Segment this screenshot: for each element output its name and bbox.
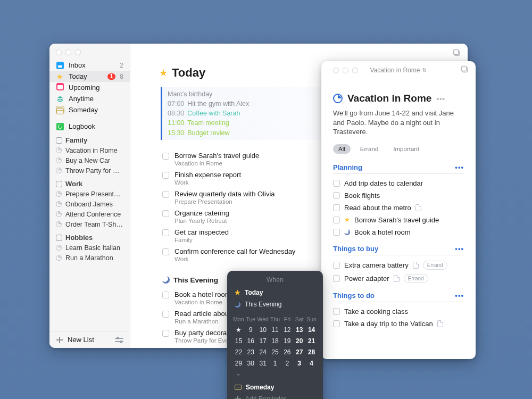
open-window-icon[interactable] <box>461 65 469 74</box>
calendar[interactable]: MonTueWedThuFriSatSun ★91011121314151617… <box>232 314 318 378</box>
close-dot[interactable] <box>56 49 62 55</box>
sidebar-today[interactable]: ★ Today 1 8 <box>49 71 130 82</box>
calendar-day[interactable]: 28 <box>305 346 318 358</box>
more-icon[interactable]: ••• <box>455 292 464 300</box>
calendar-day[interactable]: 15 <box>232 335 245 346</box>
project-task[interactable]: Add trip dates to calendar <box>333 177 464 189</box>
when-someday[interactable]: Someday <box>234 381 317 393</box>
checkbox[interactable] <box>162 311 169 318</box>
sidebar-upcoming[interactable]: Upcoming <box>49 82 130 93</box>
sidebar-inbox[interactable]: Inbox 2 <box>49 60 130 71</box>
project-task[interactable]: Take a cooking class <box>333 305 464 318</box>
checkbox[interactable] <box>162 191 169 198</box>
project-description[interactable]: We'll go from June 14-22 and visit Jane … <box>333 109 464 137</box>
open-window-icon[interactable] <box>453 49 461 57</box>
calendar-day[interactable]: 11 <box>269 324 281 335</box>
sidebar-project[interactable]: Run a Marathon <box>49 253 130 263</box>
calendar-day[interactable]: 17 <box>257 335 269 346</box>
project-task[interactable]: ★Borrow Sarah's travel guide <box>333 214 464 226</box>
calendar-day[interactable]: 12 <box>281 324 293 335</box>
calendar-day[interactable]: 30 <box>245 358 257 369</box>
sidebar-project[interactable]: Order Team T-Shirts <box>49 219 130 229</box>
when-evening[interactable]: This Evening <box>234 298 317 310</box>
more-icon[interactable]: ••• <box>455 163 464 171</box>
area-header[interactable]: Work <box>49 179 130 189</box>
project-task[interactable]: Book flights <box>333 189 464 202</box>
calendar-day[interactable]: 2 <box>281 358 293 369</box>
checkbox[interactable] <box>162 153 169 160</box>
checkbox[interactable] <box>333 192 340 199</box>
more-icon[interactable]: ••• <box>436 95 445 103</box>
checkbox[interactable] <box>162 330 169 337</box>
tag[interactable]: All <box>333 144 351 154</box>
calendar-day[interactable]: 23 <box>245 346 257 358</box>
calendar-day[interactable]: 10 <box>257 324 269 335</box>
window-title[interactable]: Vacation in Rome ⇅ <box>321 66 476 74</box>
sidebar-project[interactable]: Attend Conference <box>49 209 130 219</box>
calendar-day[interactable]: 13 <box>293 324 305 335</box>
checkbox[interactable] <box>162 210 169 217</box>
calendar-day[interactable]: 29 <box>232 358 245 369</box>
checkbox[interactable] <box>162 229 169 236</box>
calendar-day[interactable]: 3 <box>293 358 305 369</box>
calendar-day[interactable]: 25 <box>269 346 281 358</box>
calendar-day[interactable]: 1 <box>269 358 281 369</box>
project-task[interactable]: Power adapterErrand <box>333 272 464 285</box>
project-task[interactable]: Take a day trip to the Vatican <box>333 318 464 330</box>
checkbox[interactable] <box>162 248 169 255</box>
tag[interactable]: Errand <box>355 144 384 154</box>
project-task[interactable]: Book a hotel room <box>333 226 464 238</box>
sidebar-project[interactable]: Vacation in Rome <box>49 145 130 155</box>
calendar-day[interactable]: 24 <box>257 346 269 358</box>
sidebar-project-label: Attend Conference <box>65 211 121 218</box>
checkbox[interactable] <box>333 204 340 211</box>
checkbox[interactable] <box>333 217 340 223</box>
checkbox[interactable] <box>333 275 340 282</box>
area-header[interactable]: Hobbies <box>49 232 130 243</box>
settings-icon[interactable] <box>115 336 123 344</box>
group-header[interactable]: Things to do••• <box>333 292 464 302</box>
more-icon[interactable]: ••• <box>455 245 464 253</box>
zoom-dot[interactable] <box>75 49 81 55</box>
calendar-day[interactable]: 20 <box>293 335 305 346</box>
sidebar-project[interactable]: Learn Basic Italian <box>49 243 130 253</box>
calendar-day[interactable]: 4 <box>305 358 318 369</box>
sidebar-project[interactable]: Buy a New Car <box>49 155 130 165</box>
sidebar-project[interactable]: Throw Party for Eve <box>49 165 130 176</box>
calendar-day[interactable]: 16 <box>245 335 257 346</box>
sidebar-anytime[interactable]: Anytime <box>49 93 130 104</box>
calendar-day[interactable]: 9 <box>245 324 257 335</box>
area-header[interactable]: Family <box>49 135 130 145</box>
calendar-day[interactable]: 31 <box>257 358 269 369</box>
new-list-button[interactable]: New List <box>68 336 94 344</box>
sidebar-project[interactable]: Prepare Presentation <box>49 189 130 199</box>
calendar-day[interactable]: 26 <box>281 346 293 358</box>
sidebar-project[interactable]: Onboard James <box>49 199 130 209</box>
calendar-day[interactable]: 14 <box>305 324 318 335</box>
checkbox[interactable] <box>333 320 340 327</box>
calendar-day[interactable]: 27 <box>293 346 305 358</box>
group-header[interactable]: Planning••• <box>333 163 464 174</box>
sidebar-logbook[interactable]: Logbook <box>49 121 130 132</box>
checkbox[interactable] <box>333 308 340 315</box>
calendar-day[interactable]: 22 <box>232 346 245 358</box>
calendar-day[interactable]: 18 <box>269 335 281 346</box>
minimize-dot[interactable] <box>65 49 71 55</box>
checkbox[interactable] <box>162 292 169 298</box>
project-task[interactable]: Extra camera batteryErrand <box>333 259 464 272</box>
window-controls[interactable] <box>49 48 130 60</box>
calendar-day[interactable]: 21 <box>305 335 318 346</box>
checkbox[interactable] <box>333 229 340 236</box>
checkbox[interactable] <box>162 172 169 179</box>
when-today[interactable]: ★ Today <box>234 287 317 298</box>
checkbox[interactable] <box>333 180 340 187</box>
project-task[interactable]: Read about the metro <box>333 202 464 214</box>
calendar-next[interactable]: ⌄ <box>232 369 318 378</box>
tag[interactable]: Important <box>388 144 425 154</box>
calendar-day[interactable]: 19 <box>281 335 293 346</box>
sidebar-someday[interactable]: Someday <box>49 104 130 115</box>
calendar-day[interactable]: ★ <box>232 324 245 335</box>
checkbox[interactable] <box>333 262 340 269</box>
add-reminder[interactable]: Add Reminder <box>234 393 317 399</box>
group-header[interactable]: Things to buy••• <box>333 245 464 255</box>
